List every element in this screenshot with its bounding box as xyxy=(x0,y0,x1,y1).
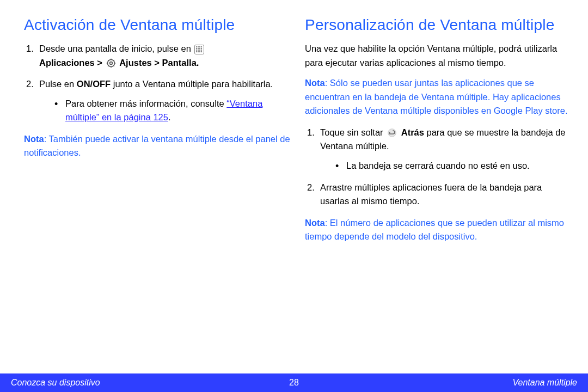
svg-point-12 xyxy=(201,49,202,50)
svg-point-14 xyxy=(198,51,199,52)
svg-point-5 xyxy=(196,47,197,48)
text: . xyxy=(168,112,171,122)
svg-point-1 xyxy=(196,46,197,47)
apps-grid-icon xyxy=(194,45,204,54)
right-note-1: Nota: Sólo se pueden usar juntas las apl… xyxy=(305,76,573,118)
note-label: Nota xyxy=(305,218,325,228)
svg-point-3 xyxy=(199,46,200,47)
right-intro: Una vez que habilite la opción Ventana m… xyxy=(305,42,573,70)
text: La bandeja se cerrará cuando no esté en … xyxy=(346,161,530,170)
text: Toque sin soltar xyxy=(320,127,385,137)
left-column: Activación de Ventana múltiple Desde una… xyxy=(24,15,292,244)
note-label: Nota xyxy=(24,134,44,144)
svg-line-24 xyxy=(113,65,114,66)
right-step-1: Toque sin soltar Atrás para que se muest… xyxy=(305,126,573,173)
heading-activacion: Activación de Ventana múltiple xyxy=(24,15,292,34)
svg-point-13 xyxy=(196,51,197,52)
note-body: : También puede activar la ventana múlti… xyxy=(24,134,290,158)
footer-right: Ventana múltiple xyxy=(512,378,577,388)
text-bold: ON/OFF xyxy=(77,79,111,89)
svg-line-26 xyxy=(108,65,109,66)
svg-point-11 xyxy=(199,49,200,50)
svg-point-9 xyxy=(196,49,197,50)
svg-rect-0 xyxy=(195,45,204,54)
gear-icon xyxy=(106,58,116,68)
note-body: : El número de aplicaciones que se puede… xyxy=(305,218,564,242)
svg-point-15 xyxy=(199,51,200,52)
left-note: Nota: También puede activar la ventana m… xyxy=(24,132,292,160)
text-bold-2: Ajustes > Pantalla. xyxy=(119,58,199,68)
text: Pulse en xyxy=(39,79,77,89)
svg-point-2 xyxy=(198,46,199,47)
right-note-2: Nota: El número de aplicaciones que se p… xyxy=(305,216,573,244)
left-step-2: Pulse en ON/OFF junto a Ventana múltiple… xyxy=(24,77,292,125)
footer-page-number: 28 xyxy=(289,378,299,388)
svg-point-8 xyxy=(201,47,202,48)
right-subbullet: La bandeja se cerrará cuando no esté en … xyxy=(335,159,573,173)
text-bold: Atrás xyxy=(401,127,424,137)
note-label: Nota xyxy=(305,78,325,88)
text: Para obtener más información, consulte xyxy=(65,99,226,108)
svg-line-23 xyxy=(108,60,109,61)
text: junto a Ventana múltiple para habilitarl… xyxy=(111,79,273,89)
heading-personalizacion: Personalización de Ventana múltiple xyxy=(305,15,573,34)
svg-point-7 xyxy=(199,47,200,48)
svg-point-16 xyxy=(201,51,202,52)
text: Arrastre múltiples aplicaciones fuera de… xyxy=(320,182,542,206)
svg-point-10 xyxy=(198,49,199,50)
note-body: : Sólo se pueden usar juntas las aplicac… xyxy=(305,78,567,115)
svg-point-4 xyxy=(201,46,202,47)
text: Desde una pantalla de inicio, pulse en xyxy=(39,44,193,53)
svg-line-25 xyxy=(113,60,114,61)
back-icon xyxy=(387,128,397,137)
footer-left: Conozca su dispositivo xyxy=(11,378,100,388)
right-step-2: Arrastre múltiples aplicaciones fuera de… xyxy=(305,181,573,209)
svg-point-18 xyxy=(109,62,112,65)
left-step-1: Desde una pantalla de inicio, pulse en xyxy=(24,42,292,70)
right-column: Personalización de Ventana múltiple Una … xyxy=(305,15,573,244)
svg-point-6 xyxy=(198,47,199,48)
text-bold: Aplicaciones > xyxy=(39,58,105,68)
page-footer: Conozca su dispositivo 28 Ventana múltip… xyxy=(0,373,588,392)
left-subbullet: Para obtener más información, consulte “… xyxy=(54,97,292,125)
